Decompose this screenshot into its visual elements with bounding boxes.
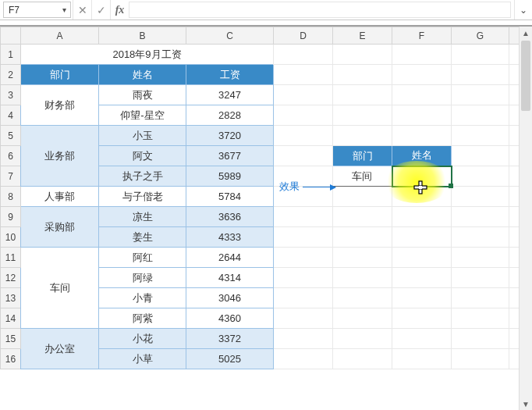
row-header[interactable]: 5 [1,126,21,146]
cell[interactable] [274,85,333,105]
cell[interactable] [333,329,392,349]
name-box-dropdown-icon[interactable]: ▾ [58,5,70,14]
scroll-track[interactable] [520,39,532,398]
cell[interactable] [452,45,509,65]
cell[interactable] [392,65,452,85]
cell[interactable] [274,349,333,369]
cancel-button[interactable]: ✕ [73,0,91,20]
cell[interactable] [452,85,509,105]
row-header[interactable]: 11 [1,248,21,268]
confirm-button[interactable]: ✓ [91,0,110,20]
cell[interactable] [392,248,452,268]
cell[interactable] [333,105,392,126]
cell[interactable] [452,227,509,248]
dept-cell[interactable]: 人事部 [21,187,99,207]
cell[interactable] [392,227,452,248]
worksheet[interactable]: A B C D E F G 12018年9月工资2部门姓名工资3财务部雨夜324… [0,27,532,410]
select-all-corner[interactable] [1,27,21,45]
cell[interactable] [274,126,333,146]
cell[interactable] [274,146,333,166]
name-cell[interactable]: 阿红 [99,248,186,268]
dept-cell[interactable]: 车间 [21,248,99,329]
row-header[interactable]: 6 [1,146,21,166]
cell[interactable] [392,329,452,349]
row-header[interactable]: 12 [1,268,21,288]
name-cell[interactable]: 小花 [99,329,186,349]
cell[interactable] [452,308,509,329]
cell[interactable] [274,248,333,268]
name-cell[interactable]: 仰望-星空 [99,105,186,126]
lookup-dept-value[interactable]: 车间 [333,166,392,187]
cell[interactable] [274,207,333,227]
cell[interactable] [274,329,333,349]
cell[interactable] [452,187,509,207]
cell[interactable] [452,248,509,268]
col-header-F[interactable]: F [392,27,452,45]
row-header[interactable]: 9 [1,207,21,227]
cell[interactable] [452,288,509,308]
grid[interactable]: A B C D E F G 12018年9月工资2部门姓名工资3财务部雨夜324… [0,27,532,369]
lookup-name-header[interactable]: 姓名 [392,146,452,166]
row-header[interactable]: 3 [1,85,21,105]
row-header[interactable]: 7 [1,166,21,187]
name-cell[interactable]: 阿文 [99,146,186,166]
name-box[interactable]: F7 ▾ [3,2,71,18]
name-cell[interactable]: 雨夜 [99,85,186,105]
col-header-B[interactable]: B [99,27,186,45]
name-cell[interactable]: 执子之手 [99,166,186,187]
cell[interactable] [452,65,509,85]
cell[interactable] [392,45,452,65]
cell[interactable] [452,207,509,227]
title-cell[interactable]: 2018年9月工资 [21,45,274,65]
salary-cell[interactable]: 4333 [186,227,274,248]
scroll-thumb[interactable] [521,41,530,111]
cell[interactable] [274,268,333,288]
name-cell[interactable]: 姜生 [99,227,186,248]
row-header[interactable]: 8 [1,187,21,207]
name-cell[interactable]: 阿紫 [99,308,186,329]
name-cell[interactable]: 小草 [99,349,186,369]
cell[interactable] [333,65,392,85]
cell[interactable] [274,288,333,308]
cell[interactable] [333,126,392,146]
cell[interactable] [333,349,392,369]
cell[interactable] [333,45,392,65]
formula-input[interactable] [129,2,511,18]
name-cell[interactable]: 小青 [99,288,186,308]
row-header[interactable]: 16 [1,349,21,369]
cell[interactable] [452,146,509,166]
name-cell[interactable]: 与子偕老 [99,187,186,207]
col-header-E[interactable]: E [333,27,392,45]
dept-cell[interactable]: 办公室 [21,329,99,369]
cell[interactable] [452,166,509,187]
row-header[interactable]: 2 [1,65,21,85]
cell[interactable] [333,248,392,268]
cell[interactable] [452,349,509,369]
cell[interactable] [452,268,509,288]
col-header-D[interactable]: D [274,27,333,45]
salary-cell[interactable]: 5989 [186,166,274,187]
dept-cell[interactable]: 财务部 [21,85,99,126]
cell[interactable] [274,65,333,85]
header-dept[interactable]: 部门 [21,65,99,85]
cell[interactable] [333,187,392,207]
cell[interactable] [274,105,333,126]
cell[interactable] [333,308,392,329]
salary-cell[interactable]: 3677 [186,146,274,166]
cell[interactable] [392,268,452,288]
row-header[interactable]: 4 [1,105,21,126]
row-header[interactable]: 15 [1,329,21,349]
cell[interactable] [392,207,452,227]
cell[interactable] [452,329,509,349]
cell[interactable] [392,349,452,369]
salary-cell[interactable]: 2644 [186,248,274,268]
name-cell[interactable]: 阿绿 [99,268,186,288]
selected-cell-F7[interactable] [392,166,452,187]
header-salary[interactable]: 工资 [186,65,274,85]
dept-cell[interactable]: 采购部 [21,207,99,248]
cell[interactable] [392,105,452,126]
name-cell[interactable]: 凉生 [99,207,186,227]
cell[interactable] [274,227,333,248]
vertical-scrollbar[interactable]: ▲ ▼ [519,27,532,410]
fx-button[interactable]: fx [110,0,129,20]
